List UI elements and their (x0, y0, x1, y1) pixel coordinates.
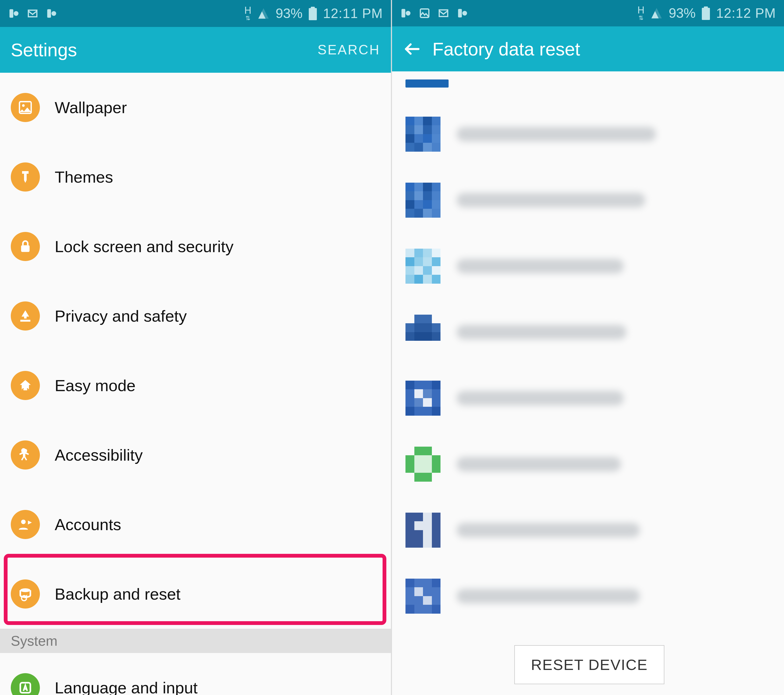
partial-item (405, 79, 449, 87)
themes-icon (11, 163, 40, 191)
battery-pct: 93% (276, 6, 303, 21)
account-label-redacted (457, 325, 626, 339)
settings-row-privacy[interactable]: Privacy and safety (0, 281, 391, 351)
lock-icon (11, 232, 40, 261)
account-icon (405, 315, 440, 350)
settings-row-wallpaper[interactable]: Wallpaper (0, 73, 391, 142)
svg-rect-9 (21, 245, 30, 252)
settings-row-lock[interactable]: Lock screen and security (0, 212, 391, 281)
signal-icon (257, 7, 270, 20)
svg-point-1 (14, 11, 18, 16)
status-bar: H⇅ 93% 12:12 PM (392, 0, 784, 26)
svg-point-11 (21, 520, 26, 524)
account-label-redacted (457, 589, 640, 603)
svg-rect-20 (458, 9, 462, 18)
row-label: Language and input (55, 679, 198, 695)
account-row (405, 167, 773, 233)
row-label: Privacy and safety (55, 307, 187, 325)
svg-point-4 (51, 11, 56, 16)
battery-icon (702, 7, 710, 20)
svg-rect-16 (402, 9, 405, 18)
settings-row-language[interactable]: Language and input (0, 653, 391, 695)
backup-reset-icon (11, 580, 40, 609)
easy-mode-icon (11, 371, 40, 400)
svg-rect-5 (309, 8, 317, 20)
image-icon (419, 8, 430, 19)
svg-rect-3 (47, 9, 51, 18)
svg-rect-19 (439, 10, 448, 17)
svg-rect-22 (702, 8, 710, 20)
privacy-icon (11, 301, 40, 331)
settings-list[interactable]: Wallpaper Themes Lock screen and securit… (0, 73, 391, 695)
factory-reset-screen: H⇅ 93% 12:12 PM Factory data reset (392, 0, 784, 695)
status-bar: H⇅ 93% 12:11 PM (0, 0, 391, 27)
network-type-label: H⇅ (637, 5, 644, 21)
signal-icon (651, 7, 663, 20)
row-label: Backup and reset (55, 585, 181, 603)
settings-row-accounts[interactable]: Accounts (0, 490, 391, 559)
reset-device-button[interactable]: RESET DEVICE (514, 645, 665, 684)
row-label: Easy mode (55, 376, 135, 395)
account-row (405, 299, 773, 365)
search-button[interactable]: SEARCH (318, 42, 380, 58)
mail-icon (27, 8, 38, 19)
row-label: Accounts (55, 515, 121, 534)
row-label: Themes (55, 168, 113, 186)
account-row (405, 497, 773, 563)
settings-row-accessibility[interactable]: Accessibility (0, 420, 391, 490)
account-icon (405, 183, 440, 217)
settings-row-themes[interactable]: Themes (0, 142, 391, 212)
battery-icon (308, 7, 317, 20)
app-bar: Factory data reset (392, 26, 784, 71)
account-row (405, 431, 773, 497)
row-label: Lock screen and security (55, 237, 234, 256)
app-bar: Settings SEARCH (0, 27, 391, 73)
account-label-redacted (457, 127, 656, 142)
account-label-redacted (457, 391, 624, 405)
account-row (405, 101, 773, 167)
battery-pct: 93% (669, 5, 696, 21)
svg-rect-10 (24, 315, 26, 318)
settings-screen: H⇅ 93% 12:11 PM Settings SEARCH Wallpape… (0, 0, 392, 695)
row-label: Wallpaper (55, 98, 127, 117)
accessibility-icon (11, 440, 40, 469)
account-row (405, 563, 773, 629)
svg-point-21 (462, 11, 467, 16)
app-indicator-icon (46, 8, 57, 19)
wallpaper-icon (11, 93, 40, 122)
accounts-icon (11, 510, 40, 539)
language-icon (11, 673, 40, 695)
account-icon (405, 513, 440, 548)
account-icon (405, 446, 440, 482)
network-type-label: H⇅ (244, 6, 251, 21)
app-indicator-icon (457, 8, 468, 19)
svg-point-8 (22, 104, 25, 107)
settings-row-easy-mode[interactable]: Easy mode (0, 351, 391, 420)
svg-rect-2 (28, 10, 37, 17)
mail-icon (438, 8, 449, 19)
account-icon (405, 380, 440, 416)
app-indicator-icon (8, 8, 20, 19)
clock: 12:11 PM (323, 6, 383, 21)
section-header-system: System (0, 629, 391, 653)
svg-point-12 (20, 588, 30, 592)
clock: 12:12 PM (716, 5, 776, 21)
svg-point-17 (406, 11, 410, 16)
account-label-redacted (457, 193, 645, 208)
page-title: Settings (11, 40, 318, 60)
back-button[interactable] (403, 40, 422, 58)
account-label-redacted (457, 259, 624, 273)
account-icon (405, 117, 440, 152)
svg-rect-0 (10, 9, 13, 18)
settings-row-backup-reset[interactable]: Backup and reset (0, 559, 391, 629)
app-indicator-icon (400, 8, 412, 19)
account-icon (405, 579, 440, 614)
svg-rect-23 (704, 7, 708, 8)
svg-rect-6 (311, 7, 315, 9)
account-label-redacted (457, 457, 621, 471)
row-label: Accessibility (55, 446, 143, 464)
account-row (405, 365, 773, 431)
account-label-redacted (457, 523, 640, 537)
account-icon (405, 249, 440, 284)
accounts-list[interactable]: RESET DEVICE (392, 71, 784, 695)
